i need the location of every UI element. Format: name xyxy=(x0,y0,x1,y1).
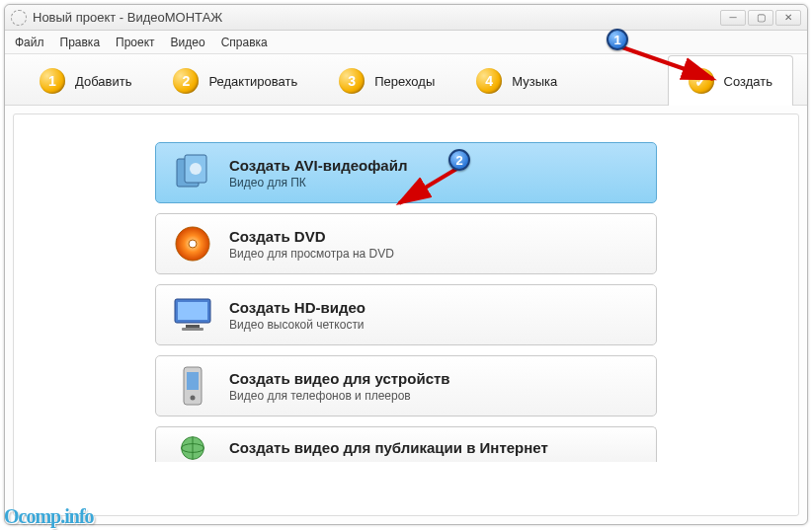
option-device-subtitle: Видео для телефонов и плееров xyxy=(229,389,450,403)
option-device-title: Создать видео для устройств xyxy=(229,370,450,387)
minimize-button[interactable]: ─ xyxy=(720,10,746,26)
step-badge-1-icon: 1 xyxy=(40,68,65,94)
option-web-title: Создать видео для публикации в Интернет xyxy=(229,439,548,456)
window-title: Новый проект - ВидеоМОНТАЖ xyxy=(33,10,222,25)
tab-transitions[interactable]: 3 Переходы xyxy=(318,55,455,106)
titlebar: Новый проект - ВидеоМОНТАЖ ─ ▢ ✕ xyxy=(5,5,807,31)
annotation-callout-1: 1 xyxy=(607,29,628,50)
option-avi[interactable]: Создать AVI-видеофайл Видео для ПК xyxy=(155,142,657,203)
watermark-logo: Ocomp.info xyxy=(0,503,98,530)
tab-edit[interactable]: 2 Редактировать xyxy=(152,55,318,106)
dvd-disc-icon xyxy=(172,223,213,265)
annotation-callout-2: 2 xyxy=(448,149,470,171)
svg-rect-7 xyxy=(186,325,200,328)
maximize-button[interactable]: ▢ xyxy=(748,10,773,26)
checkmark-icon: ✓ xyxy=(689,68,714,94)
option-hd-title: Создать HD-видео xyxy=(229,299,365,316)
phone-icon xyxy=(172,365,213,407)
svg-point-11 xyxy=(191,396,196,401)
app-window: Новый проект - ВидеоМОНТАЖ ─ ▢ ✕ Файл Пр… xyxy=(4,4,808,525)
step-badge-2-icon: 2 xyxy=(173,68,199,94)
menu-bar: Файл Правка Проект Видео Справка xyxy=(5,31,807,54)
svg-point-2 xyxy=(190,163,202,175)
globe-icon xyxy=(172,434,213,462)
tab-add[interactable]: 1 Добавить xyxy=(19,55,152,106)
option-web[interactable]: Создать видео для публикации в Интернет xyxy=(155,426,657,462)
close-button[interactable]: ✕ xyxy=(775,10,801,26)
tab-add-label: Добавить xyxy=(75,74,131,89)
tab-music-label: Музыка xyxy=(512,74,557,89)
export-options-list: Создать AVI-видеофайл Видео для ПК Созда… xyxy=(14,142,798,462)
option-hd[interactable]: Создать HD-видео Видео высокой четкости xyxy=(155,284,657,345)
menu-help[interactable]: Справка xyxy=(221,36,268,49)
option-dvd-title: Создать DVD xyxy=(229,228,394,245)
svg-point-4 xyxy=(189,240,197,248)
option-dvd-subtitle: Видео для просмотра на DVD xyxy=(229,247,394,261)
option-dvd[interactable]: Создать DVD Видео для просмотра на DVD xyxy=(155,213,657,274)
tab-create-label: Создать xyxy=(724,74,772,89)
option-device[interactable]: Создать видео для устройств Видео для те… xyxy=(155,355,657,416)
svg-rect-8 xyxy=(182,328,203,331)
svg-rect-10 xyxy=(187,372,199,390)
tab-edit-label: Редактировать xyxy=(208,74,297,89)
option-avi-subtitle: Видео для ПК xyxy=(229,176,407,189)
video-file-icon xyxy=(172,152,213,193)
menu-file[interactable]: Файл xyxy=(15,36,44,49)
option-avi-title: Создать AVI-видеофайл xyxy=(229,157,407,174)
svg-rect-6 xyxy=(178,302,207,320)
menu-project[interactable]: Проект xyxy=(116,36,155,49)
content-panel: Создать AVI-видеофайл Видео для ПК Созда… xyxy=(13,114,799,516)
tab-create[interactable]: ✓ Создать xyxy=(668,55,793,106)
option-hd-subtitle: Видео высокой четкости xyxy=(229,318,365,332)
menu-video[interactable]: Видео xyxy=(171,36,205,49)
menu-edit[interactable]: Правка xyxy=(60,36,101,49)
step-badge-3-icon: 3 xyxy=(339,68,365,94)
tab-music[interactable]: 4 Музыка xyxy=(455,55,578,106)
toolbar-tabs: 1 Добавить 2 Редактировать 3 Переходы 4 … xyxy=(5,54,807,106)
app-icon xyxy=(11,10,27,26)
step-badge-4-icon: 4 xyxy=(476,68,502,94)
monitor-icon xyxy=(172,294,213,336)
tab-transitions-label: Переходы xyxy=(374,74,435,89)
